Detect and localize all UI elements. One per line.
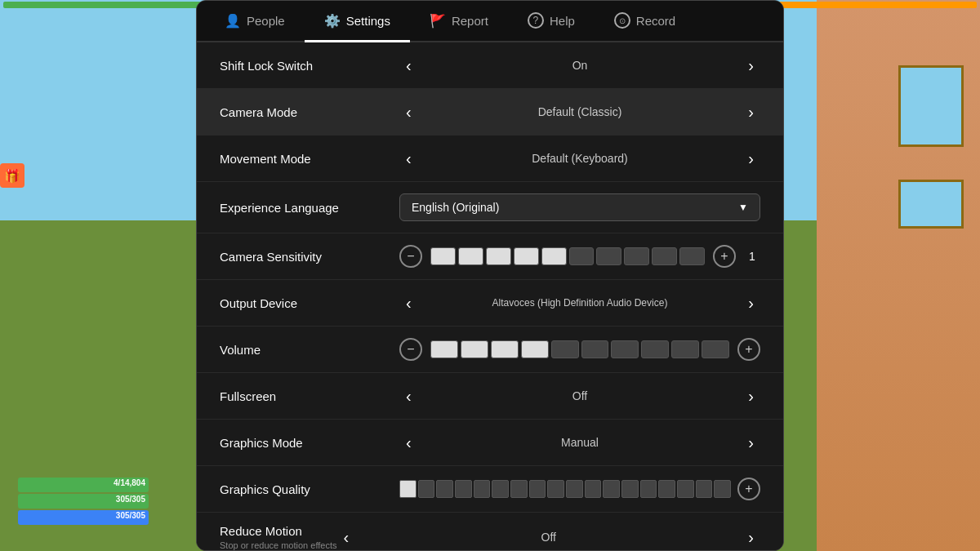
sensitivity-segment-2 (486, 247, 511, 265)
graphics-quality-label: Graphics Quality (220, 482, 399, 496)
reduce-motion-sublabel: Stop or reduce motion effects (220, 540, 337, 550)
tab-people-label: People (247, 14, 285, 28)
setting-row-camera-mode: Camera Mode ‹ Default (Classic) › (197, 89, 783, 136)
stamina-bar-text: 305/305 (116, 495, 145, 504)
language-value: English (Original) (412, 201, 499, 214)
camera-mode-control: ‹ Default (Classic) › (399, 100, 760, 123)
output-device-next[interactable]: › (742, 291, 760, 314)
volume-segment-4 (551, 340, 579, 358)
gq-segment-15 (677, 480, 694, 498)
camera-mode-prev[interactable]: ‹ (399, 100, 418, 123)
sensitivity-segment-8 (652, 247, 677, 265)
building-window-2 (898, 180, 964, 229)
shift-lock-prev[interactable]: ‹ (399, 54, 418, 77)
reduce-motion-next[interactable]: › (742, 526, 760, 549)
dropdown-arrow-icon: ▼ (738, 202, 748, 213)
graphics-mode-arrow: ‹ Manual › (399, 431, 760, 454)
volume-segment-3 (521, 340, 549, 358)
setting-row-movement-mode: Movement Mode ‹ Default (Keyboard) › (197, 136, 783, 182)
reduce-motion-value: Off (355, 531, 742, 544)
gq-segment-5 (492, 480, 509, 498)
movement-mode-control: ‹ Default (Keyboard) › (399, 147, 760, 170)
movement-mode-next[interactable]: › (742, 147, 760, 170)
building-window (898, 65, 964, 147)
fullscreen-prev[interactable]: ‹ (399, 384, 418, 407)
volume-segment-6 (611, 340, 639, 358)
camera-mode-next[interactable]: › (742, 100, 760, 123)
sensitivity-segment-5 (569, 247, 595, 265)
fullscreen-label: Fullscreen (220, 389, 399, 403)
setting-row-graphics-quality: Graphics Quality + (197, 466, 783, 513)
gift-icon[interactable]: 🎁 (0, 163, 24, 188)
gq-segment-0 (399, 480, 416, 498)
camera-mode-label: Camera Mode (220, 105, 399, 119)
mana-bar-container: 305/305 (18, 510, 149, 525)
gq-plus[interactable]: + (737, 478, 760, 500)
sensitivity-segment-4 (541, 247, 567, 265)
camera-mode-value: Default (Classic) (418, 105, 742, 118)
graphics-quality-control: + (399, 478, 760, 500)
graphics-mode-label: Graphics Mode (220, 436, 399, 450)
language-dropdown[interactable]: English (Original) ▼ (399, 193, 760, 221)
gq-segment-4 (474, 480, 491, 498)
volume-segment-0 (430, 340, 458, 358)
tab-report-label: Report (452, 14, 488, 28)
gq-segment-12 (621, 480, 639, 498)
sensitivity-minus[interactable]: − (399, 245, 422, 268)
gq-segment-6 (510, 480, 528, 498)
setting-row-volume: Volume − + (197, 327, 783, 373)
camera-mode-arrow: ‹ Default (Classic) › (399, 100, 760, 123)
output-device-prev[interactable]: ‹ (399, 291, 418, 314)
settings-panel: 👤 People ⚙️ Settings 🚩 Report ? Help ⊙ R… (196, 0, 784, 551)
tab-help[interactable]: ? Help (508, 1, 595, 42)
tab-record[interactable]: ⊙ Record (595, 1, 695, 42)
modal-overlay: 👤 People ⚙️ Settings 🚩 Report ? Help ⊙ R… (188, 0, 792, 551)
volume-slider: − + (399, 338, 760, 361)
setting-row-output-device: Output Device ‹ Altavoces (High Definiti… (197, 280, 783, 327)
shift-lock-next[interactable]: › (742, 54, 760, 77)
volume-minus[interactable]: − (399, 338, 422, 361)
tab-people[interactable]: 👤 People (205, 1, 305, 42)
setting-row-sensitivity: Camera Sensitivity − + 1 (197, 233, 783, 280)
language-control: English (Original) ▼ (399, 193, 760, 221)
gq-segment-17 (714, 480, 731, 498)
volume-segment-1 (461, 340, 488, 358)
fullscreen-value: Off (418, 389, 742, 402)
volume-segment-8 (671, 340, 699, 358)
sensitivity-track (430, 245, 705, 268)
volume-label: Volume (220, 343, 399, 357)
gq-segment-16 (696, 480, 713, 498)
health-bar-container: 4/14,804 (18, 478, 149, 492)
health-bar-text: 4/14,804 (114, 478, 145, 487)
setting-row-shift-lock: Shift Lock Switch ‹ On › (197, 42, 783, 89)
sensitivity-slider: − + 1 (399, 245, 760, 268)
tab-settings-label: Settings (346, 14, 390, 28)
volume-segment-9 (702, 340, 729, 358)
volume-segment-7 (641, 340, 669, 358)
movement-mode-prev[interactable]: ‹ (399, 147, 418, 170)
sensitivity-control: − + 1 (399, 245, 760, 268)
fullscreen-next[interactable]: › (742, 384, 760, 407)
report-icon: 🚩 (430, 13, 446, 29)
movement-mode-arrow: ‹ Default (Keyboard) › (399, 147, 760, 170)
movement-mode-value: Default (Keyboard) (418, 152, 742, 165)
gq-segment-10 (585, 480, 602, 498)
graphics-mode-next[interactable]: › (742, 431, 760, 454)
tab-record-label: Record (636, 14, 675, 28)
help-icon: ? (528, 12, 544, 29)
setting-row-reduce-motion: Reduce Motion Stop or reduce motion effe… (197, 513, 783, 551)
graphics-mode-value: Manual (418, 436, 742, 449)
gq-segment-11 (603, 480, 620, 498)
setting-row-graphics-mode: Graphics Mode ‹ Manual › (197, 420, 783, 466)
sensitivity-plus[interactable]: + (713, 245, 736, 268)
tab-settings[interactable]: ⚙️ Settings (305, 1, 410, 42)
volume-plus[interactable]: + (737, 338, 760, 361)
tab-report[interactable]: 🚩 Report (410, 1, 508, 42)
graphics-mode-prev[interactable]: ‹ (399, 431, 418, 454)
gq-segment-14 (658, 480, 675, 498)
gq-segment-2 (436, 480, 453, 498)
sensitivity-segment-1 (458, 247, 483, 265)
gq-segment-8 (547, 480, 564, 498)
reduce-motion-prev[interactable]: ‹ (337, 526, 356, 549)
bottom-left-ui: 2 4/14,804 305/305 305/305 (0, 478, 149, 527)
